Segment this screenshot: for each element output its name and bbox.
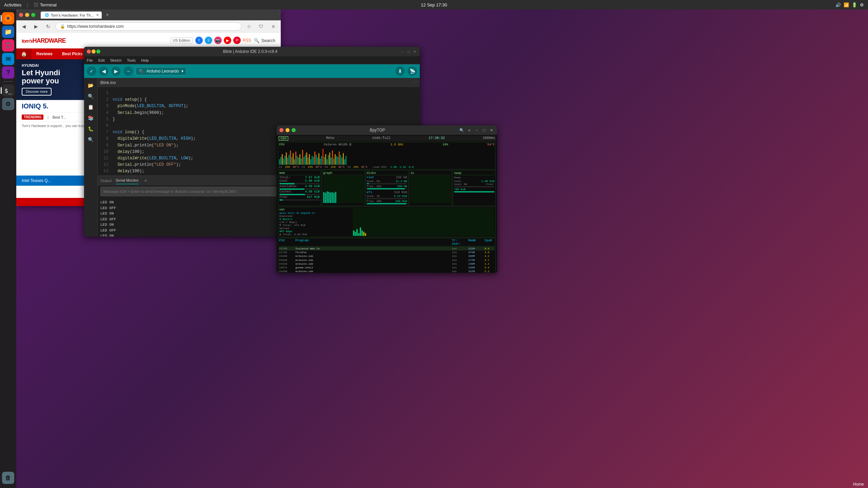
bpytop-menu-label[interactable]: Menu [326,136,334,141]
bpytop-core-info: C1 26% 46°C C2 22% 46°C C3 22% 45°C C4 2… [279,165,495,168]
bpytop-maximize-button[interactable] [292,128,296,132]
browser-new-tab-button[interactable]: + [103,11,112,19]
arduino-verify-button[interactable]: ✓ [87,66,96,76]
arduino-serial-close-icon[interactable]: ✕ [144,179,147,183]
twitter-icon[interactable]: t [205,37,212,44]
arduino-side-library[interactable]: 📚 [86,113,96,123]
terminal-window-label[interactable]: ⬛ Terminal [34,2,57,7]
bpytop-cpu-label[interactable]: cpu [279,136,288,141]
arduino-serial-monitor-tab[interactable]: Serial Monitor [116,177,139,184]
trending-link[interactable]: Best T... [53,115,66,119]
activities-button[interactable]: Activities [4,2,21,7]
dock-terminal-icon[interactable]: $_ [2,84,14,97]
proc-pid: 24466 [279,254,293,258]
arduino-close-button[interactable] [87,49,91,54]
dock-rhythmbox-icon[interactable]: 🎵 [2,39,14,52]
arduino-menu-help[interactable]: Help [141,58,149,62]
dock-settings-icon[interactable]: ⚙ [2,98,14,110]
arduino-menu-edit[interactable]: Edit [98,58,105,62]
browser-forward-button[interactable]: ▶ [31,22,41,31]
bpytop-minimize-button[interactable] [285,128,290,132]
arduino-minimize-button[interactable] [92,49,96,54]
bpytop-disks-root-label: root 233 GB [367,176,407,179]
arduino-forward-button[interactable]: ▶ [111,66,121,76]
nav-best-picks[interactable]: Best Picks [57,48,87,59]
browser-shield-button[interactable]: 🛡 [256,22,266,31]
dock-email-icon[interactable]: ✉ [2,53,14,65]
browser-bookmark-button[interactable]: ☆ [244,22,254,31]
bpytop-net-graph-bars [353,208,494,236]
discover-more-button[interactable]: Discover more [22,88,52,96]
bpytop-proc-row[interactable]: 24286 arduino-ide les 172M 3.7 [279,258,495,262]
tomshardware-search-button[interactable]: 🔍 Search [254,38,275,43]
youtube-icon[interactable]: ▶ [224,37,231,44]
bpytop-menu-icon[interactable]: ≡ [467,127,472,133]
browser-reload-button[interactable]: ↻ [43,22,53,31]
nav-home[interactable]: 🏠 [16,48,32,59]
dock-help-icon[interactable]: ? [2,66,14,79]
facebook-icon[interactable]: f [195,37,203,44]
arduino-side-board[interactable]: 📋 [86,102,96,112]
nav-reviews[interactable]: Reviews [32,48,57,59]
bpytop-proc-row[interactable]: 21762 firefox les 376M 2.9 [279,250,495,254]
browser-menu-button[interactable]: ≡ [269,22,278,31]
browser-minimize-button[interactable] [25,13,29,17]
browser-url-bar[interactable]: 🔒 https://www.tomshardware.com [56,22,241,30]
tomshardware-logo[interactable]: tom'sHARDWARE [22,36,66,45]
bpytop-mode-label[interactable]: node:full [372,136,391,141]
bpytop-proc-row[interactable]: 24466 arduino-ide les 360M 4.1 [279,254,495,258]
arduino-menu-file[interactable]: File [87,58,93,62]
arduino-more-options[interactable]: ⋯ [413,80,417,85]
arduino-back-button[interactable]: ◀ [99,66,108,76]
arduino-output-tab[interactable]: Output [100,177,112,184]
battery-icon[interactable]: 🔋 [852,2,857,7]
bpytop-proc-row[interactable]: 24288 arduino-ide les 152M 2.1 [279,269,495,273]
bpytop-net-graph [353,208,494,236]
bpytop-proc-row[interactable]: 19675 gnome-shell les 239M 5.4 [279,266,495,269]
volume-icon[interactable]: 🔊 [835,2,841,7]
browser-tab-tomshardware[interactable]: 🌐 Tom's Hardware: For Th... ✕ [41,12,102,19]
arduino-debugger-button[interactable]: ⬇ [395,66,405,76]
browser-maximize-button[interactable] [31,13,35,17]
power-icon[interactable]: ⚙ [860,2,864,7]
arduino-menu-tools[interactable]: Tools [127,58,136,62]
rss-icon[interactable]: RSS [243,38,251,43]
hero-headline: Let Hyundipower you [22,69,60,85]
arduino-upload-button[interactable]: → [123,66,133,76]
proc-name: gnome-shell [295,266,449,269]
arduino-serial-button[interactable]: 📡 [408,66,417,76]
dock-firefox-icon[interactable] [2,12,14,24]
browser-back-button[interactable]: ◀ [19,22,28,31]
pinterest-icon[interactable]: P [233,37,241,44]
instagram-icon[interactable]: 📷 [214,37,222,44]
arduino-title-btn-1[interactable]: − [400,49,405,54]
bpytop-max-btn[interactable]: □ [481,127,487,133]
bpytop-efi-free-pct: Free: 99% [367,200,381,203]
arduino-board-selector[interactable]: 🔌 Arduino Leonardo ▾ [136,67,186,75]
arduino-title-btn-3[interactable]: ✕ [412,49,417,54]
browser-tab-close-icon[interactable]: ✕ [96,13,99,17]
bpytop-min-btn[interactable]: − [474,127,479,133]
proc-cpu: 4.1 [485,254,495,258]
arduino-side-search[interactable]: 🔍 [86,92,96,101]
edition-selector[interactable]: US Edition [170,37,193,43]
bpytop-title-right-icons: 🔍 ≡ − □ ✕ [459,127,494,133]
hero-brand: HYUNDAI [22,63,60,67]
arduino-maximize-button[interactable] [96,49,100,54]
bpytop-close-button[interactable] [279,128,283,132]
network-icon[interactable]: 📶 [844,2,849,7]
dock-trash-icon[interactable]: 🗑 [2,472,14,484]
bpytop-proc-row[interactable]: 23760 Isolated Web Co les 322M 0.9 [279,247,495,250]
browser-close-button[interactable] [19,13,23,17]
bpytop-pid-col: PId [279,239,293,246]
arduino-side-debug[interactable]: 🐛 [86,124,96,134]
arduino-side-folder[interactable]: 📂 [86,81,96,90]
bpytop-mem-free-row: Free: 627 MiB [279,196,320,199]
bpytop-proc-row[interactable]: 24310 arduino-ide les 148M 1.1 [279,262,495,266]
arduino-side-search2[interactable]: 🔍 [86,135,96,144]
bpytop-search-icon[interactable]: 🔍 [459,127,465,133]
arduino-menu-sketch[interactable]: Sketch [110,58,122,62]
dock-files-icon[interactable]: 📁 [2,26,14,38]
arduino-title-btn-2[interactable]: □ [406,49,411,54]
bpytop-close-btn[interactable]: ✕ [489,127,494,133]
